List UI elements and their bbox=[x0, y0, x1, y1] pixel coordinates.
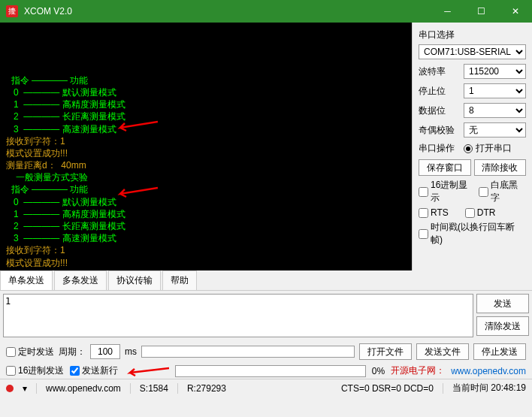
arrow-annotation bbox=[124, 366, 169, 376]
stop-label: 停止位 bbox=[419, 85, 461, 98]
chevron-icon: ▾ bbox=[23, 383, 27, 394]
period-unit: ms bbox=[125, 346, 137, 357]
stop-send-button[interactable]: 停止发送 bbox=[473, 343, 526, 360]
period-label: 周期： bbox=[59, 346, 86, 358]
baud-label: 波特率 bbox=[419, 65, 461, 78]
tab-protocol[interactable]: 协议传输 bbox=[108, 270, 161, 290]
clear-recv-button[interactable]: 清除接收 bbox=[474, 159, 527, 176]
hex-display-checkbox[interactable] bbox=[419, 187, 428, 197]
send-button[interactable]: 发送 bbox=[476, 294, 529, 313]
port-select-label: 串口选择 bbox=[419, 29, 526, 41]
timed-send-checkbox[interactable] bbox=[6, 347, 16, 357]
app-icon: 攈 bbox=[6, 5, 18, 17]
progress-percent: 0% bbox=[372, 366, 385, 376]
status-dot-icon bbox=[6, 385, 14, 392]
stop-select[interactable]: 1 bbox=[464, 83, 526, 98]
open-file-button[interactable]: 打开文件 bbox=[359, 343, 412, 360]
status-recv: R:279293 bbox=[187, 383, 226, 394]
clear-send-button[interactable]: 清除发送 bbox=[476, 316, 529, 336]
link-text: 开源电子网： bbox=[391, 364, 445, 377]
status-bar: ▾ www.openedv.com S:1584 R:279293 CTS=0 … bbox=[0, 379, 532, 397]
baud-select[interactable]: 115200 bbox=[464, 64, 526, 79]
tab-multi-send[interactable]: 多条发送 bbox=[54, 270, 107, 290]
close-button[interactable]: ✕ bbox=[498, 0, 532, 23]
data-select[interactable]: 8 bbox=[464, 103, 526, 118]
send-file-button[interactable]: 发送文件 bbox=[416, 343, 469, 360]
parity-select[interactable]: 无 bbox=[464, 122, 526, 137]
dtr-checkbox[interactable] bbox=[465, 208, 475, 218]
status-pins: CTS=0 DSR=0 DCD=0 bbox=[341, 383, 434, 394]
port-select[interactable]: COM71:USB-SERIAL bbox=[419, 44, 526, 59]
send-newline-checkbox[interactable] bbox=[70, 366, 80, 376]
file-path-display bbox=[141, 346, 355, 358]
link-url[interactable]: www.openedv.com bbox=[451, 366, 526, 376]
status-sent: S:1584 bbox=[140, 383, 168, 394]
tab-single-send[interactable]: 单条发送 bbox=[0, 270, 53, 290]
save-window-button[interactable]: 保存窗口 bbox=[419, 159, 471, 176]
parity-label: 奇偶校验 bbox=[419, 124, 461, 137]
send-textarea[interactable]: 1 bbox=[3, 294, 473, 337]
tab-help[interactable]: 帮助 bbox=[162, 270, 197, 290]
period-input[interactable] bbox=[90, 344, 120, 359]
radio-icon bbox=[464, 144, 473, 153]
window-title: XCOM V2.0 bbox=[24, 6, 431, 17]
minimize-button[interactable]: ─ bbox=[431, 0, 464, 23]
send-tabs: 单条发送 多条发送 协议传输 帮助 bbox=[0, 270, 532, 291]
progress-bar bbox=[175, 365, 365, 377]
hex-send-checkbox[interactable] bbox=[6, 366, 16, 376]
op-label: 串口操作 bbox=[419, 142, 461, 155]
status-url[interactable]: www.openedv.com bbox=[46, 383, 121, 394]
open-port-button[interactable]: 打开串口 bbox=[464, 142, 512, 155]
maximize-button[interactable]: ☐ bbox=[464, 0, 498, 23]
terminal-output[interactable]: 指令 ———— 功能 0 ———— 默认测量模式 1 ———— 高精度测量模式 … bbox=[0, 23, 412, 270]
white-bg-checkbox[interactable] bbox=[479, 187, 488, 197]
data-label: 数据位 bbox=[419, 104, 461, 117]
status-time: 当前时间 20:48:19 bbox=[452, 382, 526, 394]
serial-settings-panel: 串口选择 COM71:USB-SERIAL 波特率115200 停止位1 数据位… bbox=[412, 23, 532, 270]
timestamp-checkbox[interactable] bbox=[419, 229, 428, 239]
rts-checkbox[interactable] bbox=[419, 208, 428, 218]
